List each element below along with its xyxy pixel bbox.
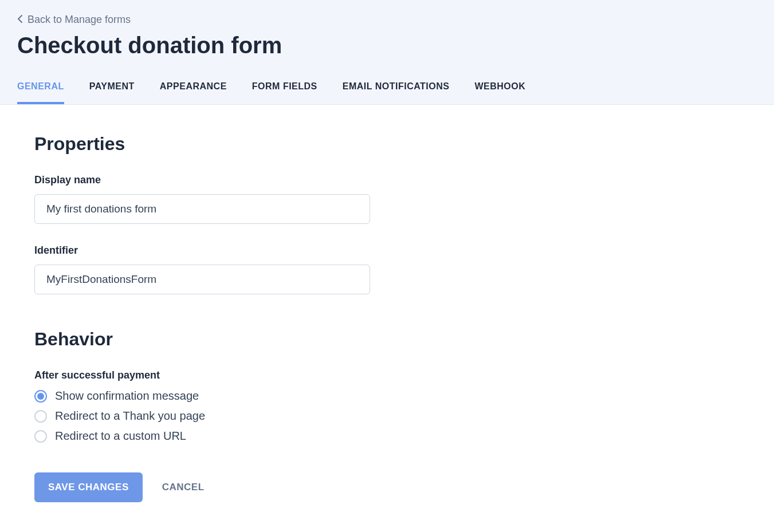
behavior-heading: Behavior	[34, 329, 401, 350]
radio-option-thankyou[interactable]: Redirect to a Thank you page	[34, 409, 401, 423]
back-link-label: Back to Manage forms	[27, 14, 131, 26]
radio-input-customurl[interactable]	[34, 430, 47, 443]
tab-webhook[interactable]: Webhook	[474, 81, 525, 104]
radio-label-customurl: Redirect to a custom URL	[55, 429, 186, 443]
tabs-row: General Payment Appearance Form fields E…	[17, 81, 757, 104]
tab-payment[interactable]: Payment	[89, 81, 135, 104]
tab-general[interactable]: General	[17, 81, 64, 104]
tab-email-notifications[interactable]: Email notifications	[343, 81, 450, 104]
radio-label-thankyou: Redirect to a Thank you page	[55, 409, 205, 423]
tab-appearance[interactable]: Appearance	[160, 81, 227, 104]
identifier-input[interactable]	[34, 265, 370, 294]
tab-form-fields[interactable]: Form fields	[252, 81, 317, 104]
after-payment-field-group: After successful payment Show confirmati…	[34, 369, 401, 443]
radio-input-confirmation[interactable]	[34, 390, 47, 403]
action-buttons: Save changes Cancel	[34, 472, 401, 502]
display-name-field-group: Display name	[34, 174, 401, 224]
page-title: Checkout donation form	[17, 33, 757, 58]
save-button[interactable]: Save changes	[34, 472, 143, 502]
display-name-label: Display name	[34, 174, 401, 186]
properties-heading: Properties	[34, 133, 401, 155]
cancel-button[interactable]: Cancel	[162, 482, 205, 493]
after-payment-label: After successful payment	[34, 369, 401, 381]
content-area: Properties Display name Identifier Behav…	[0, 105, 435, 531]
identifier-field-group: Identifier	[34, 245, 401, 294]
radio-option-confirmation[interactable]: Show confirmation message	[34, 389, 401, 403]
identifier-label: Identifier	[34, 245, 401, 257]
back-link[interactable]: Back to Manage forms	[17, 14, 131, 26]
radio-label-confirmation: Show confirmation message	[55, 389, 199, 403]
radio-input-thankyou[interactable]	[34, 410, 47, 423]
chevron-left-icon	[17, 14, 23, 26]
radio-option-customurl[interactable]: Redirect to a custom URL	[34, 429, 401, 443]
page-header: Back to Manage forms Checkout donation f…	[0, 0, 774, 105]
display-name-input[interactable]	[34, 194, 370, 224]
after-payment-radio-group: Show confirmation message Redirect to a …	[34, 389, 401, 443]
